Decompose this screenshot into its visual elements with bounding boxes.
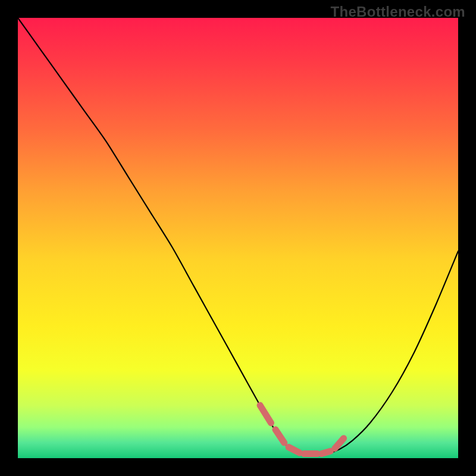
bottleneck-chart (18, 18, 458, 458)
chart-frame (18, 18, 458, 458)
valley-marker-segment (322, 451, 331, 453)
